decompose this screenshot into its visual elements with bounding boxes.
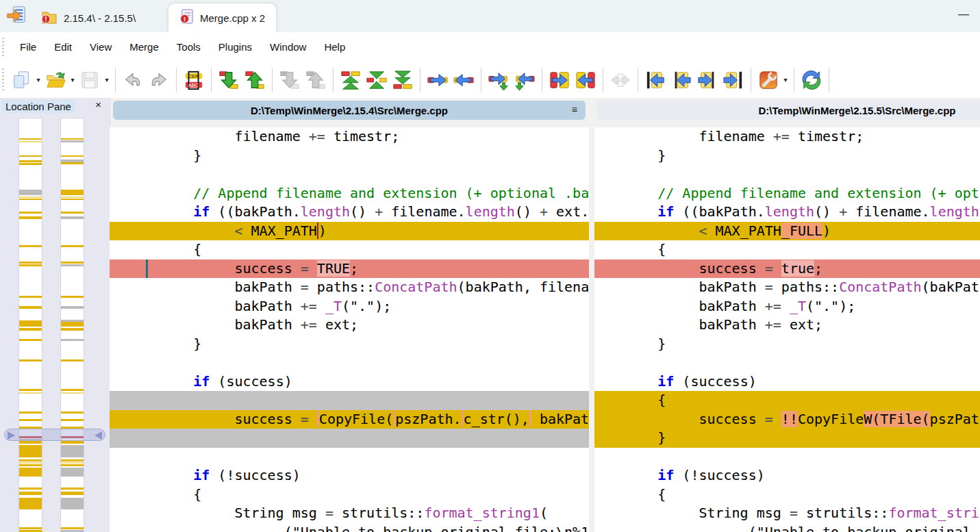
diff-location-bar[interactable] [19,320,42,327]
location-strip-left[interactable] [18,118,42,532]
diff-location-bar[interactable] [19,389,42,391]
diff-location-bar[interactable] [19,487,42,490]
diff-location-bar[interactable] [19,464,42,466]
diff-location-bar[interactable] [61,138,84,140]
location-pane[interactable]: Location Pane × [0,98,110,532]
code-line-9[interactable]: bakPath = paths::ConcatPath(bakPath, fil… [110,278,589,297]
diff-location-bar[interactable] [61,445,84,457]
code-line-5[interactable]: if ((bakPath.length() + filename.length(… [594,203,980,222]
diff-location-bar[interactable] [19,445,42,457]
diff-location-bar[interactable] [19,155,42,157]
code-line-8[interactable]: success = true; [594,259,980,279]
diff-location-bar[interactable] [61,419,84,421]
location-viewport-indicator[interactable] [4,429,105,441]
diff-location-bar[interactable] [61,464,84,466]
code-line-13[interactable] [594,353,980,372]
code-line-1[interactable]: filename += timestr; [594,127,980,147]
new-file-button[interactable] [8,66,34,94]
diff-location-bar[interactable] [19,199,42,200]
diff-location-bar[interactable] [19,264,42,266]
last-difference-button[interactable] [390,66,416,94]
diff-location-bar[interactable] [19,245,42,247]
diff-location-bar[interactable] [61,441,84,444]
code-line-15[interactable]: { [594,391,980,410]
diff-location-bar[interactable] [61,411,84,414]
code-line-18[interactable] [110,448,589,467]
diff-location-bar[interactable] [19,339,42,341]
diff-location-bar[interactable] [61,328,84,331]
code-editor-right[interactable]: filename += timestr; } // Append filenam… [594,127,980,532]
diff-location-bar[interactable] [61,264,84,266]
diff-location-bar[interactable] [19,462,42,464]
code-line-6[interactable]: < MAX_PATH_FULL) [594,222,980,241]
diff-location-bar[interactable] [19,262,42,264]
code-line-12[interactable]: } [110,335,589,354]
diff-location-bar[interactable] [19,306,42,309]
diff-location-bar[interactable] [61,245,84,247]
code-line-19[interactable]: if (!success) [110,466,589,485]
copy-left-and-advance-button[interactable] [512,66,538,94]
new-file-dropdown-icon[interactable]: ▾ [34,76,42,84]
code-line-1[interactable]: filename += timestr; [110,127,589,147]
open-dropdown-icon[interactable]: ▾ [68,76,77,84]
copy-left-button[interactable] [451,66,477,94]
line-diff-highlight-button[interactable]: CERABC [181,66,207,94]
minimize-button[interactable]: — [958,8,969,21]
options-button[interactable] [755,66,781,94]
undo-button[interactable] [120,66,146,94]
code-line-20[interactable]: { [110,485,589,505]
diff-location-bar[interactable] [61,468,84,477]
code-line-11[interactable]: bakPath += ext; [110,316,589,335]
code-line-4[interactable]: // Append filename and extension (+ opti… [594,184,980,203]
diff-location-bar[interactable] [61,140,84,142]
diff-location-bar[interactable] [19,160,42,162]
code-line-3[interactable] [594,165,980,184]
code-line-7[interactable]: { [594,240,980,259]
diff-location-bar[interactable] [19,163,42,165]
diff-location-bar[interactable] [61,162,84,164]
diff-location-bar[interactable] [61,498,84,509]
code-line-2[interactable]: } [110,147,589,166]
diff-location-bar[interactable] [19,468,42,477]
code-line-9[interactable]: bakPath = paths::ConcatPath(bakPath, fil… [594,278,980,297]
diff-location-bar[interactable] [61,322,84,327]
diff-location-bar[interactable] [19,190,42,195]
diff-location-bar[interactable] [61,389,84,391]
copy-right-and-advance-button[interactable] [486,66,512,94]
diff-location-bar[interactable] [19,527,42,529]
location-strip-right[interactable] [60,118,84,532]
diff-location-bar[interactable] [19,296,42,298]
code-line-14[interactable]: if (success) [110,372,589,392]
options-dropdown-icon[interactable]: ▾ [781,76,790,84]
code-line-16[interactable]: success = !!CopyFileW(TFile(pszPath).wpa… [594,410,980,429]
code-line-22[interactable]: _("Unable to backup original [594,523,980,532]
code-line-21[interactable]: String msg = strutils::format_string1( [110,504,589,523]
copy-all-left-button[interactable] [573,66,599,94]
diff-location-bar[interactable] [61,155,84,157]
diff-location-bar[interactable] [19,441,42,444]
code-line-14[interactable]: if (success) [594,372,980,392]
code-line-2[interactable]: } [594,147,980,166]
diff-location-bar[interactable] [19,392,42,394]
diff-location-bar[interactable] [61,190,84,195]
menu-view[interactable]: View [81,38,121,55]
next-file-button[interactable] [694,66,720,94]
tab-2[interactable]: !Merge.cpp x 2 [168,3,276,32]
diff-location-bar[interactable] [61,296,84,298]
menu-file[interactable]: File [11,38,45,55]
menu-tools[interactable]: Tools [168,38,210,55]
diff-location-bar[interactable] [19,498,42,509]
diff-location-bar[interactable] [61,462,84,464]
diff-location-bar[interactable] [61,492,84,495]
diff-location-bar[interactable] [61,199,84,200]
menu-plugins[interactable]: Plugins [210,38,261,55]
code-line-20[interactable]: { [594,485,980,505]
tab-1[interactable]: !2.15.4\ - 2.15.5\ [30,3,147,32]
diff-location-bar[interactable] [61,216,84,219]
diff-location-bar[interactable] [19,197,42,198]
code-line-19[interactable]: if (!success) [594,466,980,485]
diff-location-bar[interactable] [61,459,84,461]
menu-edit[interactable]: Edit [45,38,81,55]
redo-button[interactable] [146,66,172,94]
diff-location-bar[interactable] [19,212,42,214]
